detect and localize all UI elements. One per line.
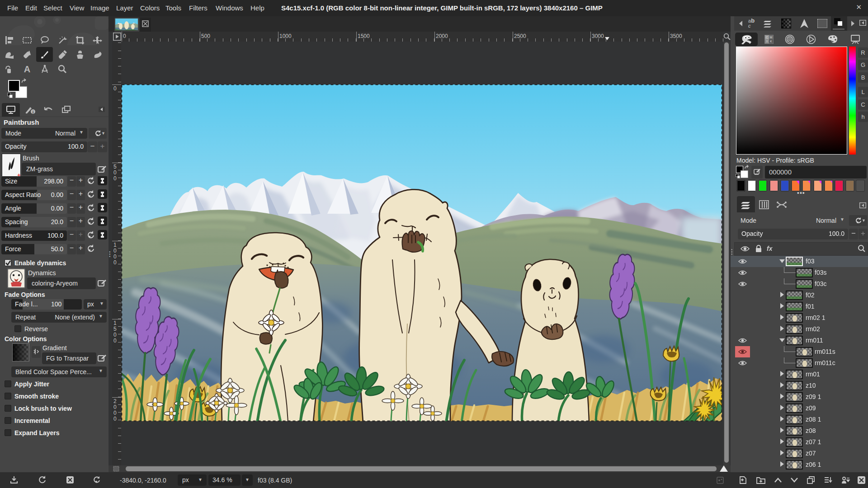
svg-text:M: M — [770, 36, 773, 39]
svg-text:K: K — [770, 40, 772, 43]
svg-text:Y: Y — [766, 40, 768, 43]
svg-text:A: A — [24, 64, 30, 74]
svg-text:C: C — [766, 36, 768, 39]
svg-text:i: i — [33, 110, 34, 114]
